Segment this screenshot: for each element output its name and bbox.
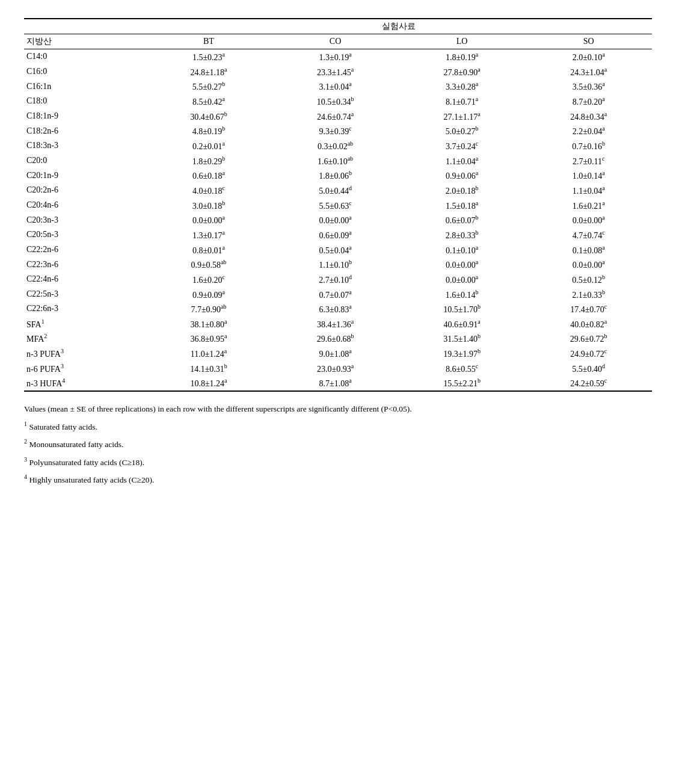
fatty-acid-label: n-6 PUFA3 bbox=[24, 361, 146, 376]
fatty-acid-label: C22:2n-6 bbox=[24, 242, 146, 258]
bt-value: 30.4±0.67b bbox=[146, 109, 272, 124]
bt-value: 11.0±1.24a bbox=[146, 346, 272, 361]
so-value: 0.1±0.08a bbox=[525, 242, 652, 258]
footnote-4: 4 Highly unsaturated fatty acids (C≥20). bbox=[24, 472, 652, 487]
table-row: C20:1n-90.6±0.18a1.8±0.06b0.9±0.06a1.0±0… bbox=[24, 168, 652, 183]
co-value: 2.7±0.10d bbox=[272, 272, 399, 287]
fatty-acid-label: MFA2 bbox=[24, 331, 146, 346]
so-value: 29.6±0.72b bbox=[525, 331, 652, 346]
so-value: 3.5±0.36a bbox=[525, 79, 652, 94]
lo-value: 15.5±2.21b bbox=[399, 375, 526, 391]
table-row: C20:01.8±0.29b1.6±0.10ab1.1±0.04a2.7±0.1… bbox=[24, 153, 652, 168]
so-value: 17.4±0.70c bbox=[525, 301, 652, 316]
table-row: n-3 HUFA410.8±1.24a8.7±1.08a15.5±2.21b24… bbox=[24, 375, 652, 391]
fatty-acid-label: C16:1n bbox=[24, 79, 146, 94]
fatty-acid-label: C20:0 bbox=[24, 153, 146, 168]
fatty-acid-label: C22:4n-6 bbox=[24, 272, 146, 287]
values-note: Values (mean ± SE of three replications)… bbox=[24, 403, 652, 416]
lo-value: 40.6±0.91a bbox=[399, 316, 526, 332]
so-value: 2.2±0.04a bbox=[525, 123, 652, 138]
lo-value: 1.1±0.04a bbox=[399, 153, 526, 168]
so-value: 24.2±0.59c bbox=[525, 375, 652, 391]
table-row: C20:3n-30.0±0.00a0.0±0.00a0.6±0.07b0.0±0… bbox=[24, 212, 652, 227]
co-value: 1.8±0.06b bbox=[272, 168, 399, 183]
so-value: 24.9±0.72c bbox=[525, 346, 652, 361]
table-row: C20:4n-63.0±0.18b5.5±0.63c1.5±0.18a1.6±0… bbox=[24, 198, 652, 213]
fatty-acid-label: C22:6n-3 bbox=[24, 301, 146, 316]
lo-col-header: LO bbox=[399, 34, 526, 49]
header-row-title: 실험사료 bbox=[24, 19, 652, 34]
bt-value: 24.8±1.18a bbox=[146, 64, 272, 79]
bt-value: 38.1±0.80a bbox=[146, 316, 272, 332]
fatty-acid-label: C18:3n-3 bbox=[24, 138, 146, 153]
bt-value: 0.0±0.00a bbox=[146, 212, 272, 227]
table-row: SFA138.1±0.80a38.4±1.36a40.6±0.91a40.0±0… bbox=[24, 316, 652, 332]
lo-value: 0.0±0.00a bbox=[399, 272, 526, 287]
so-value: 1.1±0.04a bbox=[525, 183, 652, 198]
table-row: C18:08.5±0.42a10.5±0.34b8.1±0.71a8.7±0.2… bbox=[24, 94, 652, 109]
fatty-acid-label: n-3 HUFA4 bbox=[24, 375, 146, 391]
co-value: 23.0±0.93a bbox=[272, 361, 399, 376]
fatty-acid-label: C20:2n-6 bbox=[24, 183, 146, 198]
co-value: 38.4±1.36a bbox=[272, 316, 399, 332]
footnote-1: 1 Saturated fatty acids. bbox=[24, 419, 652, 434]
fatty-acid-col-header: 지방산 bbox=[24, 34, 146, 49]
co-value: 8.7±1.08a bbox=[272, 375, 399, 391]
co-value: 9.0±1.08a bbox=[272, 346, 399, 361]
so-value: 1.0±0.14a bbox=[525, 168, 652, 183]
fatty-acid-label: C20:1n-9 bbox=[24, 168, 146, 183]
lo-value: 10.5±1.70b bbox=[399, 301, 526, 316]
footnote-3: 3 Polyunsaturated fatty acids (C≥18). bbox=[24, 454, 652, 469]
so-value: 24.8±0.34a bbox=[525, 109, 652, 124]
lo-value: 1.5±0.18a bbox=[399, 198, 526, 213]
lo-value: 19.3±1.97b bbox=[399, 346, 526, 361]
table-row: n-3 PUFA311.0±1.24a9.0±1.08a19.3±1.97b24… bbox=[24, 346, 652, 361]
bt-value: 0.2±0.01a bbox=[146, 138, 272, 153]
fatty-acid-label: C18:0 bbox=[24, 94, 146, 109]
table-row: n-6 PUFA314.1±0.31b23.0±0.93a8.6±0.55c5.… bbox=[24, 361, 652, 376]
co-value: 3.1±0.04a bbox=[272, 79, 399, 94]
fatty-acid-label: C20:5n-3 bbox=[24, 227, 146, 242]
co-value: 1.6±0.10ab bbox=[272, 153, 399, 168]
so-col-header: SO bbox=[525, 34, 652, 49]
table-row: C22:4n-61.6±0.20c2.7±0.10d0.0±0.00a0.5±0… bbox=[24, 272, 652, 287]
bt-col-header: BT bbox=[146, 34, 272, 49]
table-row: C20:5n-31.3±0.17a0.6±0.09a2.8±0.33b4.7±0… bbox=[24, 227, 652, 242]
lo-value: 0.0±0.00a bbox=[399, 257, 526, 272]
co-value: 23.3±1.45a bbox=[272, 64, 399, 79]
fatty-acid-label: C20:4n-6 bbox=[24, 198, 146, 213]
footnote-2: 2 Monounsaturated fatty acids. bbox=[24, 436, 652, 451]
co-col-header: CO bbox=[272, 34, 399, 49]
table-row: C20:2n-64.0±0.18c5.0±0.44d2.0±0.18b1.1±0… bbox=[24, 183, 652, 198]
co-value: 24.6±0.74a bbox=[272, 109, 399, 124]
table-row: C22:3n-60.9±0.58ab1.1±0.10b0.0±0.00a0.0±… bbox=[24, 257, 652, 272]
co-value: 1.1±0.10b bbox=[272, 257, 399, 272]
bt-value: 1.5±0.23a bbox=[146, 49, 272, 64]
fatty-acid-label: n-3 PUFA3 bbox=[24, 346, 146, 361]
lo-value: 3.3±0.28a bbox=[399, 79, 526, 94]
lo-value: 0.1±0.10a bbox=[399, 242, 526, 258]
bt-value: 0.8±0.01a bbox=[146, 242, 272, 258]
co-value: 9.3±0.39c bbox=[272, 123, 399, 138]
so-value: 5.5±0.40d bbox=[525, 361, 652, 376]
so-value: 1.6±0.21a bbox=[525, 198, 652, 213]
fatty-acid-label: C22:3n-6 bbox=[24, 257, 146, 272]
lo-value: 5.0±0.27b bbox=[399, 123, 526, 138]
lo-value: 27.1±1.17a bbox=[399, 109, 526, 124]
table-row: C14:01.5±0.23a1.3±0.19a1.8±0.19a2.0±0.10… bbox=[24, 49, 652, 64]
so-value: 2.1±0.33b bbox=[525, 287, 652, 302]
so-value: 24.3±1.04a bbox=[525, 64, 652, 79]
fatty-acid-label: C18:2n-6 bbox=[24, 123, 146, 138]
bt-value: 0.9±0.09a bbox=[146, 287, 272, 302]
header-row-cols: 지방산 BT CO LO SO bbox=[24, 34, 652, 49]
lo-value: 0.6±0.07b bbox=[399, 212, 526, 227]
fatty-acid-label: C14:0 bbox=[24, 49, 146, 64]
so-value: 2.7±0.11c bbox=[525, 153, 652, 168]
bt-value: 1.3±0.17a bbox=[146, 227, 272, 242]
so-value: 0.7±0.16b bbox=[525, 138, 652, 153]
co-value: 0.3±0.02ab bbox=[272, 138, 399, 153]
bt-value: 3.0±0.18b bbox=[146, 198, 272, 213]
table-row: MFA236.8±0.95a29.6±0.68b31.5±1.40b29.6±0… bbox=[24, 331, 652, 346]
table-row: C22:2n-60.8±0.01a0.5±0.04a0.1±0.10a0.1±0… bbox=[24, 242, 652, 258]
bt-value: 14.1±0.31b bbox=[146, 361, 272, 376]
